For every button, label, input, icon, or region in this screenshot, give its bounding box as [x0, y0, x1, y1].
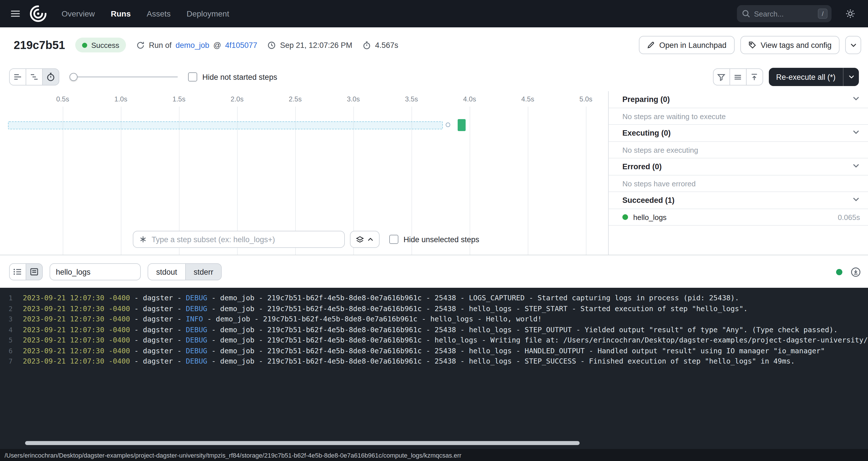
log-line-number: 1: [0, 293, 12, 303]
log-horizontal-scrollbar[interactable]: [25, 441, 580, 445]
run-id-title: 219c7b51: [14, 38, 65, 52]
raw-log-icon: [30, 267, 39, 276]
op-selector-icon: [139, 235, 147, 243]
slider-track: [69, 76, 178, 78]
panel-section-title: Executing (0): [622, 129, 671, 137]
log-file-path: /Users/erincochran/Desktop/dagster-examp…: [5, 452, 461, 458]
chevron-down-icon[interactable]: [852, 162, 860, 172]
at-separator: @: [213, 41, 221, 49]
download-log-button[interactable]: [850, 267, 861, 277]
search-input[interactable]: Search... /: [737, 5, 832, 22]
log-line-text: 2023-09-21 12:07:30 -0400 - dagster - DE…: [12, 356, 795, 367]
panel-section-header[interactable]: Succeeded (1): [609, 192, 868, 209]
log-line-text: 2023-09-21 12:07:30 -0400 - dagster - DE…: [12, 303, 748, 314]
log-stream-tabs: stdout stderr: [148, 263, 222, 280]
open-in-launchpad-button[interactable]: Open in Launchpad: [639, 36, 735, 54]
dagster-logo[interactable]: [29, 4, 48, 23]
hide-not-started-checkbox[interactable]: Hide not started steps: [188, 72, 277, 82]
gantt-flat-view-button[interactable]: [9, 68, 26, 86]
stderr-tab[interactable]: stderr: [185, 263, 222, 280]
hamburger-menu-button[interactable]: [6, 4, 25, 23]
collapse-all-button[interactable]: [746, 68, 763, 86]
funnel-icon: [717, 73, 725, 81]
log-line-number: 2: [0, 303, 12, 314]
gantt-timed-view-button[interactable]: [42, 68, 59, 86]
axis-tick-label: 1.0s: [114, 95, 127, 103]
hide-unselected-checkbox[interactable]: Hide unselected steps: [389, 235, 479, 244]
status-bar: /Users/erincochran/Desktop/dagster-examp…: [0, 449, 868, 461]
panel-step-row[interactable]: hello_logs0.065s: [609, 209, 868, 226]
log-line-number: 5: [0, 335, 12, 346]
log-line-number: 6: [0, 346, 12, 356]
gantt-section: 0.5s1.0s1.5s2.0s2.5s3.0s3.5s4.0s4.5s5.0s…: [0, 91, 868, 255]
re-execute-split-button: Re-execute all (*): [769, 68, 859, 86]
axis-tick-label: 3.0s: [347, 95, 360, 103]
log-line-text: 2023-09-21 12:07:30 -0400 - dagster - DE…: [12, 346, 825, 356]
job-name-link[interactable]: demo_job: [176, 41, 210, 49]
rerun-icon: [136, 41, 145, 49]
log-toolbar-right: [836, 267, 861, 277]
dagster-logo-icon: [29, 4, 48, 23]
nav-deployment[interactable]: Deployment: [180, 6, 236, 22]
panel-section-title: Errored (0): [622, 162, 662, 171]
re-execute-options-button[interactable]: [843, 68, 859, 86]
gantt-waterfall-view-button[interactable]: [26, 68, 43, 86]
log-step-filter-input[interactable]: [50, 263, 141, 280]
re-execute-all-button[interactable]: Re-execute all (*): [769, 68, 843, 86]
log-line-number: 3: [0, 314, 12, 325]
stdout-tab[interactable]: stdout: [148, 263, 186, 280]
gear-icon: [845, 8, 856, 19]
checkbox-box[interactable]: [389, 235, 398, 244]
run-more-actions-button[interactable]: [845, 36, 861, 54]
axis-tick-label: 4.0s: [463, 95, 476, 103]
nav-assets[interactable]: Assets: [140, 6, 178, 22]
download-icon: [850, 267, 861, 277]
hamburger-icon: [10, 8, 21, 19]
chevron-down-icon[interactable]: [852, 95, 860, 104]
panel-empty-text: No steps have errored: [609, 176, 868, 192]
run-timestamp-meta: Sep 21, 12:07:26 PM: [268, 41, 352, 49]
panel-section-header[interactable]: Errored (0): [609, 158, 868, 176]
open-in-launchpad-label: Open in Launchpad: [659, 41, 727, 49]
gantt-marker-dot: [446, 123, 450, 127]
panel-section-header[interactable]: Preparing (0): [609, 91, 868, 108]
stopwatch-icon: [46, 72, 55, 82]
tag-icon: [748, 41, 756, 49]
chevron-down-icon: [849, 41, 857, 49]
checkbox-box[interactable]: [188, 72, 197, 82]
log-raw-view-button[interactable]: [26, 263, 43, 280]
view-tags-config-button[interactable]: View tags and config: [740, 36, 839, 54]
success-dot-icon: [82, 42, 87, 48]
settings-gear-button[interactable]: [841, 4, 860, 23]
run-header: 219c7b51 Success Run of demo_job @ 4f105…: [0, 27, 868, 63]
log-line: 12023-09-21 12:07:30 -0400 - dagster - D…: [0, 293, 868, 303]
gantt-chart[interactable]: 0.5s1.0s1.5s2.0s2.5s3.0s3.5s4.0s4.5s5.0s…: [0, 91, 609, 255]
run-of-meta: Run of demo_job @ 4f105077: [136, 41, 257, 49]
gantt-toolbar: Hide not started steps Re-execute all (*…: [0, 63, 868, 91]
code-version-link[interactable]: 4f105077: [225, 41, 257, 49]
gantt-step-bar[interactable]: [458, 119, 466, 131]
list-icon: [13, 267, 22, 276]
chevron-down-icon[interactable]: [852, 195, 860, 205]
hide-not-started-label: Hide not started steps: [202, 73, 277, 81]
slider-knob[interactable]: [69, 73, 78, 81]
nav-overview[interactable]: Overview: [55, 6, 102, 22]
apply-subset-button[interactable]: [350, 231, 379, 248]
step-subset-input[interactable]: [152, 235, 339, 244]
filter-steps-button[interactable]: [713, 68, 730, 86]
gantt-zoom-slider[interactable]: [69, 68, 178, 86]
panel-empty-text: No steps are waiting to execute: [609, 108, 868, 125]
row-density-button[interactable]: [729, 68, 746, 86]
chevron-down-icon[interactable]: [852, 128, 860, 138]
view-tags-config-label: View tags and config: [761, 41, 832, 49]
log-line: 62023-09-21 12:07:30 -0400 - dagster - D…: [0, 346, 868, 356]
nav-runs[interactable]: Runs: [104, 6, 137, 22]
flat-view-icon: [13, 72, 22, 82]
axis-tick-label: 3.5s: [405, 95, 418, 103]
panel-section-title: Succeeded (1): [622, 196, 675, 205]
panel-section-header[interactable]: Executing (0): [609, 125, 868, 142]
log-structured-view-button[interactable]: [9, 263, 26, 280]
step-duration: 0.065s: [838, 213, 860, 221]
gantt-axis: 0.5s1.0s1.5s2.0s2.5s3.0s3.5s4.0s4.5s5.0s: [0, 91, 608, 106]
step-subset-box[interactable]: [133, 231, 345, 248]
